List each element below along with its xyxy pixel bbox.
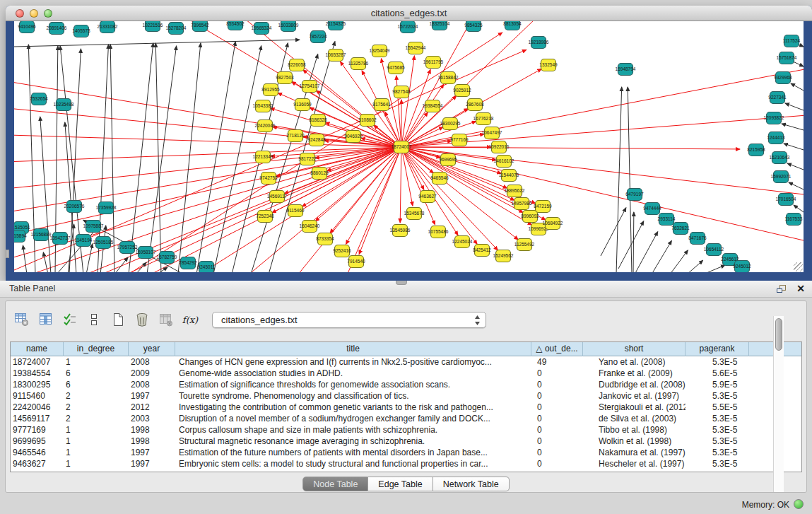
graph-node[interactable]: 8186328: [309, 115, 327, 127]
delete-rows-button[interactable]: [133, 310, 151, 329]
graph-node[interactable]: 8534502: [226, 21, 245, 30]
graph-node[interactable]: 10755486: [428, 226, 449, 238]
graph-node[interactable]: 19218986: [529, 37, 549, 49]
graph-node[interactable]: 16958107: [136, 247, 156, 259]
graph-node[interactable]: 8425412: [473, 245, 491, 257]
graph-node[interactable]: 16776218: [473, 113, 494, 125]
graph-node[interactable]: 12156889: [31, 229, 52, 241]
graph-node[interactable]: 8471676: [688, 233, 707, 245]
graph-node[interactable]: 8813054: [503, 21, 522, 30]
graph-node[interactable]: 13254049: [370, 45, 390, 57]
table-row[interactable]: 1456911722003Disruption of a novel membe…: [11, 413, 801, 424]
graph-node[interactable]: 9242848: [307, 134, 326, 146]
graph-node[interactable]: 7632621: [671, 223, 690, 235]
graph-node[interactable]: 19384554: [423, 100, 443, 112]
table-row[interactable]: 977716911998Corpus callosum shape and si…: [11, 424, 801, 436]
graph-node[interactable]: 19611795: [423, 57, 444, 69]
new-table-button[interactable]: [109, 310, 127, 329]
graph-node[interactable]: 10654112: [704, 244, 724, 256]
graph-node[interactable]: 9025912: [453, 85, 471, 97]
table-row[interactable]: 1872400712008Changes of HCN gene express…: [11, 356, 801, 368]
column-header-year[interactable]: year: [129, 342, 175, 356]
graph-node[interactable]: 8226058: [288, 59, 306, 71]
graph-node[interactable]: 7854292: [179, 257, 197, 269]
graph-node[interactable]: 9245012: [733, 261, 751, 273]
graph-node[interactable]: 10235498: [54, 99, 74, 111]
graph-node[interactable]: 9699695: [439, 154, 457, 166]
graph-node[interactable]: 15992071: [771, 171, 792, 183]
show-columns-button[interactable]: [37, 310, 55, 329]
graph-node[interactable]: 13942737: [50, 233, 71, 245]
graph-node[interactable]: 9410496: [18, 21, 36, 33]
memory-indicator[interactable]: [794, 499, 804, 509]
graph-node[interactable]: 9817222: [298, 153, 317, 165]
graph-node[interactable]: 1244413: [767, 132, 785, 144]
graph-node[interactable]: 12754107: [300, 81, 320, 93]
graph-node[interactable]: 9465546: [430, 173, 449, 185]
graph-node[interactable]: 7252348: [256, 211, 274, 223]
float-panel-icon[interactable]: [776, 284, 787, 293]
graph-node[interactable]: 11255492: [514, 239, 535, 251]
table-scrollbar[interactable]: [773, 316, 784, 492]
graph-node[interactable]: 15345678: [404, 208, 425, 220]
graph-node[interactable]: 17359928: [96, 202, 117, 214]
graph-node[interactable]: 9115460: [287, 205, 305, 217]
column-header-pagerank[interactable]: pagerank: [686, 342, 749, 356]
graph-node[interactable]: 8215958: [747, 144, 765, 156]
graph-node[interactable]: 8912955: [261, 84, 280, 96]
graph-node[interactable]: 11544078: [499, 170, 519, 182]
graph-node[interactable]: 1167533: [785, 214, 803, 226]
graph-node[interactable]: 3915894: [14, 230, 27, 243]
resize-grip[interactable]: [794, 262, 803, 271]
graph-node[interactable]: 9245011: [198, 262, 216, 273]
table-row[interactable]: 1938455462009Genome-wide association stu…: [11, 368, 801, 379]
graph-node[interactable]: 9854325: [464, 21, 483, 32]
column-header-in_degree[interactable]: in_degree: [64, 342, 129, 356]
graph-node[interactable]: 16948794: [616, 64, 636, 76]
graph-node[interactable]: 9227341: [768, 92, 787, 104]
graph-node[interactable]: 1405573: [72, 25, 90, 37]
graph-node[interactable]: 14569117: [267, 191, 288, 203]
column-header-title[interactable]: title: [175, 342, 531, 356]
graph-node[interactable]: 16158842: [438, 72, 459, 84]
graph-hub-node[interactable]: 18724007: [392, 141, 412, 153]
graph-node[interactable]: 1332549: [539, 59, 558, 71]
graph-node[interactable]: 15278204: [166, 23, 187, 35]
graph-node[interactable]: 13545986: [390, 225, 411, 237]
scrollbar-thumb[interactable]: [775, 318, 782, 351]
graph-node[interactable]: 22420046: [255, 120, 276, 132]
select-rows-button[interactable]: [61, 310, 79, 329]
table-row[interactable]: 2242004622012Investigating the contribut…: [11, 402, 801, 413]
graph-node[interactable]: 9827503: [276, 72, 294, 84]
graph-node[interactable]: 9827548: [392, 86, 411, 98]
table-row[interactable]: 911546021997Tourette syndrome. Phenomeno…: [11, 390, 801, 402]
graph-node[interactable]: 12093822: [764, 112, 784, 124]
graph-node[interactable]: 16046240: [300, 221, 320, 233]
graph-node[interactable]: 12245024: [452, 236, 473, 248]
graph-node[interactable]: 15542944: [406, 42, 426, 54]
graph-node[interactable]: 12505185: [93, 237, 114, 249]
graph-node[interactable]: 20206576: [64, 201, 85, 213]
graph-node[interactable]: 7857224: [309, 31, 327, 43]
row-stack-button[interactable]: [85, 310, 103, 329]
graph-node[interactable]: 15249562: [493, 250, 514, 262]
graph-node[interactable]: 11325786: [348, 58, 369, 70]
close-panel-icon[interactable]: ✕: [796, 283, 805, 294]
graph-node[interactable]: 10975887: [83, 221, 104, 233]
graph-node[interactable]: 1117524: [783, 35, 801, 47]
graph-node[interactable]: 14616102: [494, 156, 514, 168]
graph-node[interactable]: 14957986: [512, 198, 532, 210]
graph-node[interactable]: 17016504: [776, 194, 796, 206]
graph-node[interactable]: 8472159: [534, 201, 552, 213]
tab-network-table[interactable]: Network Table: [433, 477, 510, 491]
graph-node[interactable]: 8860128: [310, 168, 329, 180]
table-mode-button[interactable]: [13, 310, 31, 329]
graph-node[interactable]: 2867608: [466, 99, 484, 111]
table-selector[interactable]: citations_edges.txt: [212, 312, 486, 328]
graph-node[interactable]: 9475685: [387, 62, 405, 74]
graph-node[interactable]: 18325104: [430, 21, 450, 30]
graph-node[interactable]: 3108602: [358, 115, 377, 127]
tab-node-table[interactable]: Node Table: [302, 477, 368, 491]
network-canvas[interactable]: 1872400782260589827503891295512754107105…: [14, 21, 804, 272]
graph-node[interactable]: 10684922: [543, 218, 563, 230]
